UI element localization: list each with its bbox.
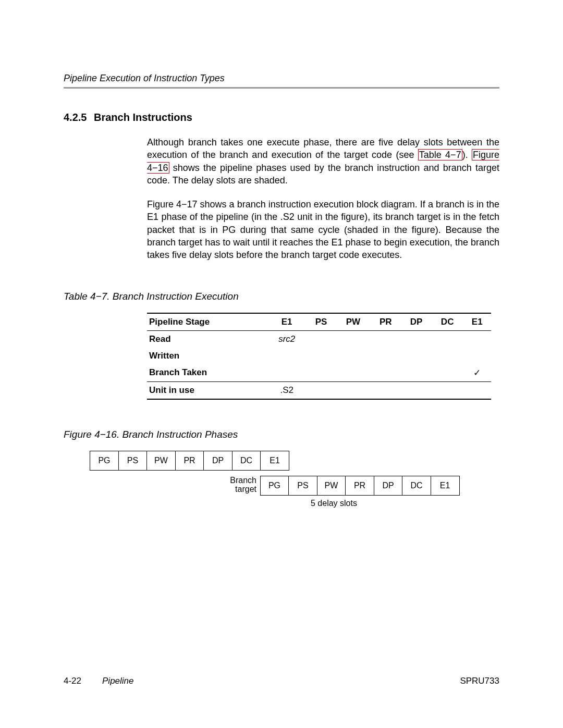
cell	[432, 330, 463, 348]
pipe-stage: PS	[118, 451, 148, 471]
cell	[306, 330, 336, 348]
cell	[401, 330, 432, 348]
paragraph-1: Although branch takes one execute phase,…	[147, 136, 499, 187]
pipe-stage: PW	[317, 476, 346, 496]
page-footer: 4-22 Pipeline SPRU733	[64, 676, 499, 686]
cell	[267, 348, 307, 364]
col-header: PW	[336, 313, 371, 331]
pipe-stage: DP	[374, 476, 403, 496]
cell	[370, 330, 401, 348]
cell	[401, 381, 432, 399]
col-header: DP	[401, 313, 432, 331]
cell	[336, 330, 371, 348]
cell	[336, 364, 371, 382]
pipe-stage: DC	[402, 476, 431, 496]
row-label: Branch Taken	[147, 364, 267, 382]
cell	[370, 348, 401, 364]
cell: src2	[267, 330, 307, 348]
pipe-stage: DP	[203, 451, 232, 471]
table-row: Written	[147, 348, 491, 364]
cell	[463, 381, 491, 399]
page-number: 4-22	[64, 676, 81, 686]
cell	[432, 364, 463, 382]
text: shows the pipeline phases used by the br…	[147, 163, 499, 186]
delay-slots-label: 5 delay slots	[311, 499, 357, 508]
branch-instruction-table: Pipeline Stage E1 PS PW PR DP DC E1 Read…	[147, 313, 491, 400]
cell	[336, 381, 371, 399]
cell	[267, 364, 307, 382]
row-label: Unit in use	[147, 381, 267, 399]
pipe-stage: E1	[260, 451, 289, 471]
cell	[370, 381, 401, 399]
chapter-name: Pipeline	[102, 676, 134, 686]
table-header-row: Pipeline Stage E1 PS PW PR DP DC E1	[147, 313, 491, 331]
pipe-stage: PW	[146, 451, 176, 471]
cell	[336, 348, 371, 364]
running-head: Pipeline Execution of Instruction Types	[64, 73, 499, 84]
col-header: E1	[267, 313, 307, 331]
head-rule	[64, 87, 499, 89]
branch-target-label: Branch target	[227, 476, 261, 495]
cell	[306, 364, 336, 382]
figure-caption: Figure 4−16. Branch Instruction Phases	[64, 429, 499, 440]
row-label: Read	[147, 330, 267, 348]
text: ).	[462, 150, 472, 160]
table-row: Read src2	[147, 330, 491, 348]
col-header: DC	[432, 313, 463, 331]
paragraph-2: Figure 4−17 shows a branch instruction e…	[147, 198, 499, 261]
table-row: Branch Taken ✓	[147, 364, 491, 382]
col-header: Pipeline Stage	[147, 313, 267, 331]
pipeline-row-branch: PG PS PW PR DP DC E1	[90, 451, 289, 471]
doc-number: SPRU733	[460, 676, 499, 686]
section-number: 4.2.5	[64, 112, 94, 124]
table-row: Unit in use .S2	[147, 381, 491, 399]
pipe-stage: PG	[90, 451, 119, 471]
cell: .S2	[267, 381, 307, 399]
cell	[463, 348, 491, 364]
checkmark-icon: ✓	[463, 364, 491, 382]
table-caption: Table 4−7. Branch Instruction Execution	[64, 291, 499, 302]
cell	[370, 364, 401, 382]
cell	[401, 364, 432, 382]
pipe-stage: DC	[232, 451, 261, 471]
pipe-stage: E1	[431, 476, 460, 496]
pipe-stage: PR	[345, 476, 374, 496]
xref-table-4-7[interactable]: Table 4−7	[418, 149, 462, 161]
pipe-stage: PG	[260, 476, 289, 496]
section-title: Branch Instructions	[94, 112, 192, 123]
col-header: E1	[463, 313, 491, 331]
row-label: Written	[147, 348, 267, 364]
cell	[463, 330, 491, 348]
section-heading: 4.2.5Branch Instructions	[64, 112, 499, 124]
cell	[306, 381, 336, 399]
col-header: PS	[306, 313, 336, 331]
col-header: PR	[370, 313, 401, 331]
page: Pipeline Execution of Instruction Types …	[0, 0, 563, 728]
pipeline-row-target: Branch target PG PS PW PR DP DC E1	[227, 476, 460, 496]
branch-phases-figure: PG PS PW PR DP DC E1 Branch target PG PS…	[90, 451, 499, 524]
cell	[432, 381, 463, 399]
cell	[401, 348, 432, 364]
cell	[306, 348, 336, 364]
pipe-stage: PS	[288, 476, 317, 496]
pipe-stage: PR	[175, 451, 204, 471]
cell	[432, 348, 463, 364]
